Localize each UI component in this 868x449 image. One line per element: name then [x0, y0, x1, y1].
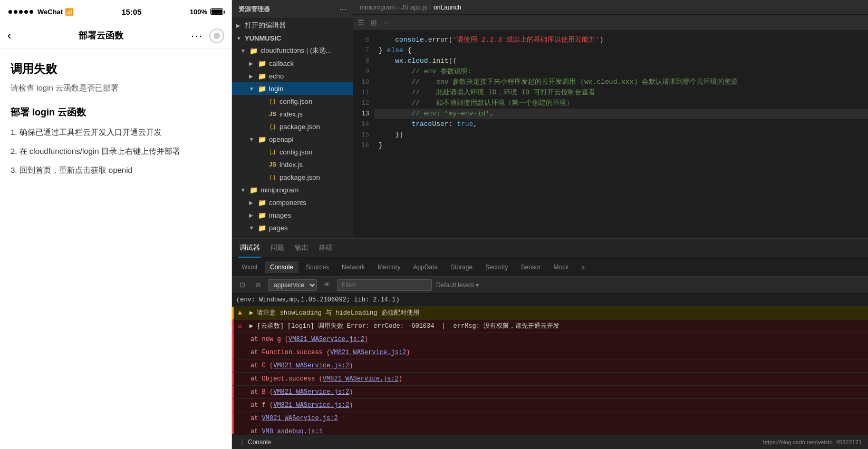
sidebar-item-openapi-config[interactable]: ▶ {.} config.json	[232, 145, 353, 158]
sidebar-item-openapi-package[interactable]: ▶ {.} package.json	[232, 171, 353, 183]
deploy-steps: 1. 确保已通过工具栏云开发入口开通云开发 2. 在 cloudfunction…	[11, 126, 221, 177]
tab-debugger[interactable]: 调试器	[238, 239, 261, 258]
toolbar-bookmark-icon[interactable]: ⊞	[371, 18, 377, 27]
tab-more[interactable]: »	[576, 261, 590, 273]
phone-navbar: ‹ 部署云函数 ···	[0, 23, 232, 48]
signal-dots	[8, 10, 33, 14]
folder-icon: 📁	[257, 135, 267, 143]
more-options-button[interactable]: ···	[191, 30, 203, 42]
sidebar-item-login[interactable]: ▼ 📁 login	[232, 82, 353, 95]
sidebar-label: images	[269, 211, 353, 219]
breadcrumb-onlaunch: onLaunch	[433, 4, 461, 11]
console-line-error-2: at new g (VM821_WAService.js:2)	[232, 333, 868, 346]
breadcrumb-appjs: JS app.js	[401, 4, 427, 11]
expand-arrow: ▼	[249, 86, 257, 92]
sidebar-item-opened-editors[interactable]: ▶ 打开的编辑器	[232, 19, 353, 32]
sidebar-label: cloudfunctions | (未选...	[261, 46, 353, 55]
tab-mock[interactable]: Mock	[548, 261, 574, 273]
expand-arrow: ▶	[236, 23, 245, 28]
bottom-panel: 调试器 问题 输出 终端 Wxml Console Sources Networ…	[232, 238, 868, 449]
console-clear-button[interactable]: ⊡	[236, 279, 248, 291]
ide-panel: 资源管理器 ··· ▶ 打开的编辑器 ▼ YUNMUSIC ▼ 📁	[232, 0, 868, 449]
toolbar-list-icon[interactable]: ☰	[358, 18, 364, 27]
tab-output[interactable]: 输出	[294, 239, 310, 258]
editor-toolbar: ☰ ⊞ ←	[353, 15, 868, 31]
code-line-6: console.error('请使用 2.2.3 或以上的基础库以使用云能力')	[374, 35, 868, 45]
js-icon: JS	[268, 161, 277, 168]
tab-sources[interactable]: Sources	[301, 261, 334, 273]
sidebar-item-echo[interactable]: ▶ 📁 echo	[232, 70, 353, 82]
page-title: 部署云函数	[79, 30, 123, 42]
sidebar-label: openapi	[269, 135, 353, 143]
console-line-error-9: at VM8_asdebug.js:1	[232, 425, 868, 434]
sidebar-item-pages[interactable]: ▼ 📁 pages	[232, 221, 353, 234]
line-numbers: 6 7 8 9 10 11 12 13 14 15 16	[353, 31, 374, 238]
wifi-icon: 📶	[65, 8, 73, 16]
sidebar-item-openapi-index[interactable]: ▶ JS index.js	[232, 158, 353, 171]
json-icon: {.}	[268, 123, 277, 130]
sidebar-item-yunmusic[interactable]: ▼ YUNMUSIC	[232, 32, 353, 44]
sidebar-label: package.json	[279, 173, 353, 181]
explorer-title: 资源管理器	[238, 5, 270, 14]
tab-security[interactable]: Security	[480, 261, 513, 273]
console-line-error-4: at C (VM821_WAService.js:2)	[232, 359, 868, 373]
tab-terminal[interactable]: 终端	[318, 239, 334, 258]
context-select[interactable]: appservice	[268, 279, 317, 291]
file-explorer: 资源管理器 ··· ▶ 打开的编辑器 ▼ YUNMUSIC ▼ 📁	[232, 0, 353, 238]
sidebar-item-addFunction[interactable]: ▶ 📁 addFunction	[232, 234, 353, 238]
battery-pct: 100%	[190, 8, 207, 16]
levels-dropdown[interactable]: Default levels ▾	[436, 281, 479, 289]
deploy-title: 部署 login 云函数	[11, 106, 221, 119]
sidebar-item-cloudfunctions[interactable]: ▼ 📁 cloudfunctions | (未选...	[232, 44, 353, 57]
sidebar-item-login-config[interactable]: ▶ {.} config.json	[232, 95, 353, 108]
tab-memory[interactable]: Memory	[372, 261, 406, 273]
devtools-toolbar: ⊡ ⊘ appservice 👁 Default levels ▾	[232, 277, 868, 294]
tab-console[interactable]: Console	[265, 261, 298, 273]
devtools-tabs-bar: Wxml Console Sources Network Memory AppD…	[232, 258, 868, 277]
console-line-error-3: at Function.success (VM821_WAService.js:…	[232, 346, 868, 359]
sidebar-item-miniprogram[interactable]: ▼ 📁 miniprogram	[232, 183, 353, 196]
console-line-error-5: at Object.success (VM821_WAService.js:2)	[232, 373, 868, 386]
filter-input[interactable]	[337, 279, 432, 291]
eye-icon[interactable]: 👁	[321, 279, 333, 291]
toolbar-back-icon[interactable]: ←	[383, 18, 391, 27]
back-button[interactable]: ‹	[7, 29, 11, 43]
console-block-button[interactable]: ⊘	[252, 279, 264, 291]
error-icon: ✕	[238, 322, 247, 330]
console-output[interactable]: (env: Windows,mp,1.05.2106092; lib: 2.14…	[232, 294, 868, 434]
status-right: 100%	[190, 8, 223, 16]
sidebar-item-openapi[interactable]: ▼ 📁 openapi	[232, 133, 353, 145]
error-title: 调用失败	[11, 61, 221, 77]
tab-appdata[interactable]: AppData	[408, 261, 443, 273]
sidebar-label: package.json	[279, 123, 353, 131]
tab-sensor[interactable]: Sensor	[516, 261, 546, 273]
menu-icon[interactable]: ⋮	[238, 438, 246, 446]
record-button[interactable]	[209, 28, 224, 43]
console-line-error-6: at B (VM821_WAService.js:2)	[232, 386, 868, 399]
console-label[interactable]: Console	[248, 438, 271, 446]
sidebar-label: index.js	[279, 110, 353, 118]
warning-icon: ▲	[238, 309, 247, 317]
explorer-body[interactable]: ▶ 打开的编辑器 ▼ YUNMUSIC ▼ 📁 cloudfunctions |…	[232, 19, 353, 238]
code-line-7: } else {	[374, 45, 868, 56]
sidebar-item-callback[interactable]: ▶ 📁 callback	[232, 57, 353, 70]
sidebar-item-images[interactable]: ▶ 📁 images	[232, 209, 353, 221]
sidebar-item-login-package[interactable]: ▶ {.} package.json	[232, 120, 353, 133]
sidebar-item-login-index[interactable]: ▶ JS index.js	[232, 108, 353, 120]
tab-network[interactable]: Network	[336, 261, 370, 273]
code-line-15: })	[374, 130, 868, 140]
explorer-menu-button[interactable]: ···	[340, 5, 346, 14]
error-desc: 请检查 login 云函数是否已部署	[11, 83, 221, 93]
breadcrumb: miniprogram › JS app.js › onLaunch	[353, 0, 868, 15]
tab-storage[interactable]: Storage	[445, 261, 478, 273]
bottom-tabs: 调试器 问题 输出 终端	[232, 239, 868, 258]
expand-arrow: ▼	[240, 48, 249, 54]
breadcrumb-miniprogram: miniprogram	[360, 4, 395, 11]
deploy-step-1: 1. 确保已通过工具栏云开发入口开通云开发	[11, 126, 221, 139]
folder-icon: 📁	[249, 186, 258, 194]
code-content[interactable]: console.error('请使用 2.2.3 或以上的基础库以使用云能力')…	[374, 31, 868, 238]
tab-wxml[interactable]: Wxml	[236, 261, 263, 273]
tab-problems[interactable]: 问题	[269, 239, 285, 258]
sidebar-item-components[interactable]: ▶ 📁 components	[232, 196, 353, 209]
expand-arrow: ▶	[249, 200, 257, 206]
